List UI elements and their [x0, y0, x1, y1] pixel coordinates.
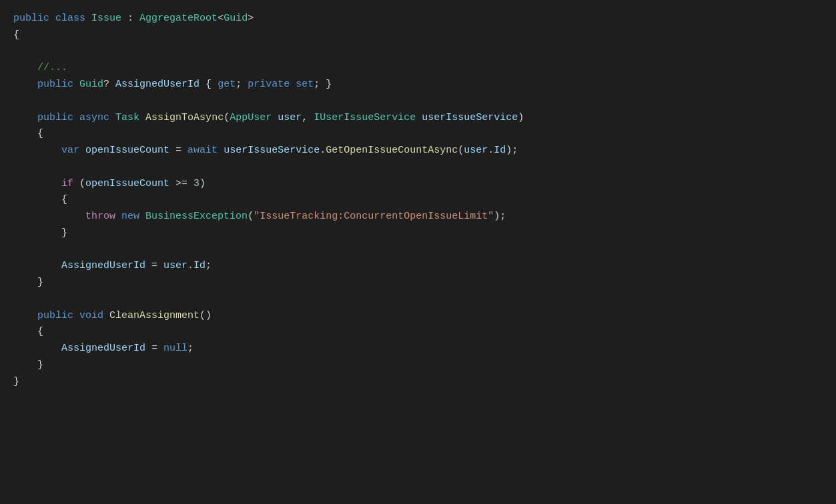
code-line-1: public class Issue : AggregateRoot<Guid>: [13, 11, 823, 27]
code-line-12: {: [13, 192, 823, 209]
code-line-16: AssignedUserId = user.Id;: [13, 258, 823, 275]
code-line-18: [13, 291, 823, 308]
code-line-5: public Guid? AssignedUserId { get; priva…: [13, 77, 823, 93]
code-line-4: //...: [13, 60, 823, 77]
code-line-7: public async Task AssignToAsync(AppUser …: [13, 110, 823, 127]
code-line-6: [13, 93, 823, 110]
code-line-14: }: [13, 225, 823, 242]
code-line-9: var openIssueCount = await userIssueServ…: [13, 143, 823, 159]
code-line-15: [13, 242, 823, 259]
code-line-11: if (openIssueCount >= 3): [13, 176, 823, 193]
code-line-23: }: [13, 374, 823, 391]
code-line-19: public void CleanAssignment(): [13, 308, 823, 325]
code-line-2: {: [13, 27, 823, 44]
code-line-10: [13, 159, 823, 176]
code-line-22: }: [13, 357, 823, 374]
code-line-8: {: [13, 126, 823, 143]
code-line-13: throw new BusinessException("IssueTracki…: [13, 209, 823, 225]
code-line-3: [13, 44, 823, 61]
code-editor: public class Issue : AggregateRoot<Guid>…: [0, 0, 836, 504]
code-line-20: {: [13, 324, 823, 341]
code-line-17: }: [13, 275, 823, 291]
code-line-21: AssignedUserId = null;: [13, 341, 823, 357]
